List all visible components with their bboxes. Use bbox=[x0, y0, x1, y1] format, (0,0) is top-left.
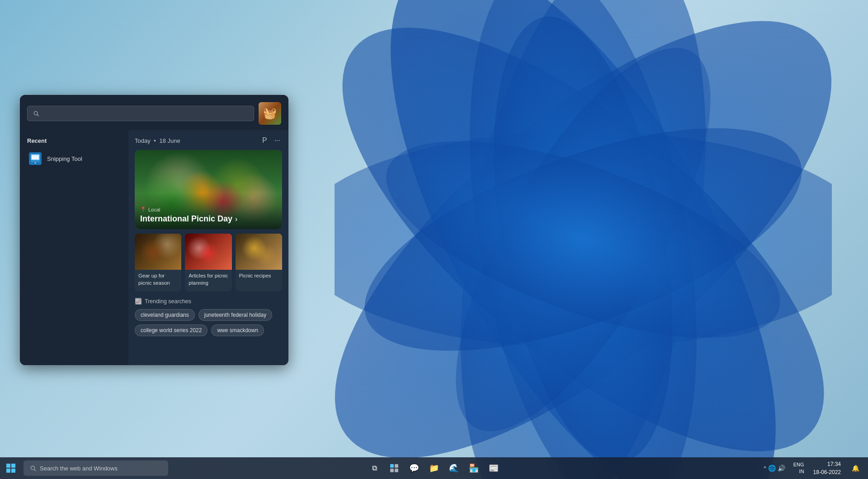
trending-tag-0[interactable]: cleveland guardians bbox=[135, 309, 195, 321]
recent-label: Recent bbox=[25, 136, 123, 148]
snipping-tool-icon bbox=[28, 151, 42, 166]
volume-icon: 🔊 bbox=[778, 465, 785, 472]
language-group[interactable]: ENG IN bbox=[790, 458, 808, 478]
svg-rect-20 bbox=[11, 469, 15, 473]
edge-button[interactable]: 🌊 bbox=[445, 459, 463, 477]
taskbar-center-icons: ⧉ 💬 📁 🌊 🏪 📰 bbox=[365, 459, 503, 477]
personalize-button[interactable]: P bbox=[260, 136, 269, 146]
trending-tag-2[interactable]: college world series 2022 bbox=[135, 324, 208, 336]
windows-bloom bbox=[335, 0, 832, 479]
svg-point-7 bbox=[408, 13, 758, 465]
svg-point-16 bbox=[35, 162, 36, 164]
svg-rect-15 bbox=[31, 161, 40, 162]
taskbar-search[interactable]: Search the web and Windows bbox=[24, 460, 168, 476]
trending-section: 📈 Trending searches cleveland guardians … bbox=[135, 298, 282, 336]
svg-point-3 bbox=[335, 131, 832, 348]
news-button[interactable]: 📰 bbox=[485, 459, 503, 477]
svg-rect-19 bbox=[6, 469, 10, 473]
language-display: ENG IN bbox=[793, 461, 804, 475]
header-picnic-image: 🧺 bbox=[259, 102, 281, 125]
recent-item-snipping-tool[interactable]: Snipping Tool bbox=[25, 148, 123, 169]
taskbar-search-placeholder: Search the web and Windows bbox=[40, 465, 118, 472]
svg-point-5 bbox=[432, 0, 734, 479]
start-button[interactable] bbox=[0, 457, 22, 479]
main-card-overlay: 📍 Local International Picnic Day › bbox=[135, 193, 282, 229]
main-article-card[interactable]: 📍 Local International Picnic Day › bbox=[135, 150, 282, 229]
up-arrow-icon: ^ bbox=[764, 465, 766, 471]
feed-header: Today • 18 June P ··· bbox=[135, 136, 282, 146]
search-input[interactable]: International Picnic Day bbox=[42, 110, 248, 117]
right-panel: Today • 18 June P ··· 📍 bbox=[128, 130, 288, 365]
notification-button[interactable]: 🔔 bbox=[846, 459, 864, 477]
svg-line-11 bbox=[37, 115, 38, 116]
task-view-button[interactable]: ⧉ bbox=[365, 459, 383, 477]
taskbar-right: ^ 🌐 🔊 ENG IN 17:34 18-06-2022 🔔 bbox=[760, 457, 868, 479]
svg-rect-23 bbox=[390, 464, 394, 468]
svg-point-6 bbox=[464, 3, 703, 476]
system-tray-group[interactable]: ^ 🌐 🔊 bbox=[760, 458, 789, 478]
trending-tags: cleveland guardians juneteenth federal h… bbox=[135, 309, 282, 336]
sub-article-3-image bbox=[236, 234, 282, 270]
sub-article-3[interactable]: Picnic recipes bbox=[236, 234, 282, 291]
sub-article-3-text: Picnic recipes bbox=[236, 270, 282, 291]
trending-tag-3[interactable]: wwe smackdown bbox=[211, 324, 264, 336]
widgets-button[interactable] bbox=[385, 459, 403, 477]
trending-header: 📈 Trending searches bbox=[135, 298, 282, 305]
sub-articles-row: Gear up for picnic season Articles for p… bbox=[135, 234, 282, 291]
store-button[interactable]: 🏪 bbox=[465, 459, 483, 477]
svg-rect-18 bbox=[11, 464, 15, 468]
svg-rect-25 bbox=[390, 469, 394, 472]
feed-icons: P ··· bbox=[260, 136, 282, 146]
clock-display[interactable]: 17:34 18-06-2022 bbox=[809, 460, 845, 476]
left-panel: Recent Snipping Tool bbox=[20, 130, 128, 365]
sub-article-2-image bbox=[185, 234, 231, 270]
svg-rect-24 bbox=[395, 464, 398, 468]
svg-rect-14 bbox=[32, 155, 39, 160]
search-icon bbox=[33, 110, 39, 117]
more-options-button[interactable]: ··· bbox=[273, 136, 282, 146]
sub-article-1[interactable]: Gear up for picnic season bbox=[135, 234, 181, 291]
search-input-container[interactable]: International Picnic Day bbox=[27, 106, 254, 121]
snipping-tool-label: Snipping Tool bbox=[47, 155, 82, 162]
sub-article-1-image bbox=[135, 234, 181, 270]
svg-point-4 bbox=[335, 0, 832, 479]
card-location: 📍 Local bbox=[140, 207, 277, 212]
widgets-icon bbox=[390, 464, 399, 473]
svg-point-1 bbox=[421, 0, 745, 479]
sub-article-2-text: Articles for picnic planning bbox=[185, 270, 231, 291]
panel-body: Recent Snipping Tool Tod bbox=[20, 130, 288, 365]
sub-article-2[interactable]: Articles for picnic planning bbox=[185, 234, 231, 291]
svg-point-0 bbox=[335, 0, 832, 479]
windows-logo bbox=[6, 464, 15, 473]
search-header: International Picnic Day 🧺 bbox=[20, 95, 288, 130]
trending-tag-1[interactable]: juneteenth federal holiday bbox=[198, 309, 272, 321]
svg-point-9 bbox=[363, 100, 803, 378]
feed-date: Today • 18 June bbox=[135, 137, 180, 144]
chat-button[interactable]: 💬 bbox=[405, 459, 423, 477]
file-explorer-button[interactable]: 📁 bbox=[425, 459, 443, 477]
main-article-title: International Picnic Day › bbox=[140, 214, 277, 224]
sub-article-1-text: Gear up for picnic season bbox=[135, 270, 181, 291]
svg-point-8 bbox=[338, 82, 828, 397]
taskbar: Search the web and Windows ⧉ 💬 📁 🌊 🏪 📰 ^ bbox=[0, 457, 868, 479]
network-icon: 🌐 bbox=[768, 465, 776, 472]
svg-point-2 bbox=[335, 0, 832, 479]
taskbar-search-icon bbox=[30, 465, 36, 471]
svg-rect-26 bbox=[395, 469, 398, 472]
trending-icon: 📈 bbox=[135, 298, 142, 305]
svg-line-22 bbox=[34, 470, 36, 471]
svg-rect-17 bbox=[6, 464, 10, 468]
search-panel: International Picnic Day 🧺 Recent Snippi… bbox=[20, 95, 288, 365]
